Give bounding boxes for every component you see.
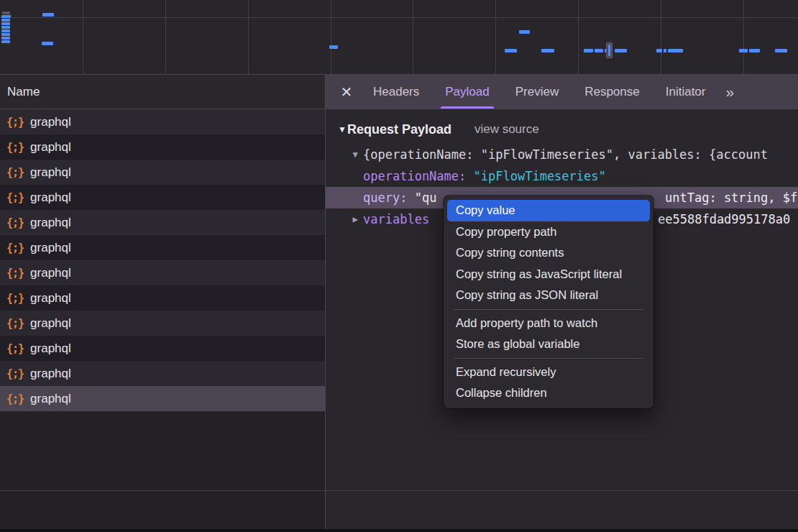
menu-item-copy-string-contents[interactable]: Copy string contents: [447, 242, 650, 264]
detail-tabbar: ✕ HeadersPayloadPreviewResponseInitiator…: [326, 75, 798, 109]
json-icon: {;}: [6, 191, 24, 204]
json-icon: {;}: [6, 242, 24, 254]
menu-item-copy-property-path[interactable]: Copy property path: [447, 221, 650, 243]
root-summary: {operationName: "ipFlowTimeseries", vari…: [363, 147, 768, 162]
expand-icon[interactable]: ▼: [349, 144, 362, 165]
property-value: "ipFlowTimeseries": [474, 169, 606, 183]
request-name: graphql: [30, 115, 71, 129]
request-row[interactable]: {;}graphql: [0, 235, 325, 260]
request-name: graphql: [30, 191, 71, 205]
request-row[interactable]: {;}graphql: [0, 260, 325, 285]
view-source-link[interactable]: view source: [474, 122, 539, 137]
close-icon[interactable]: ✕: [333, 75, 360, 109]
tab-initiator[interactable]: Initiator: [653, 75, 719, 109]
request-name: graphql: [30, 392, 71, 406]
request-row[interactable]: {;}graphql: [0, 134, 325, 160]
network-activity-bar: [1, 37, 10, 40]
request-row[interactable]: {;}graphql: [0, 185, 325, 210]
network-activity-bar: [541, 49, 554, 52]
network-activity-bar: [584, 49, 593, 52]
gridline: [661, 0, 661, 74]
gridline: [495, 0, 496, 74]
menu-item-copy-string-as-json-literal[interactable]: Copy string as JSON literal: [447, 285, 650, 306]
network-main-split: Name {;}graphql{;}graphql{;}graphql{;}gr…: [0, 75, 798, 532]
menu-item-copy-value[interactable]: Copy value: [447, 200, 650, 221]
gridline: [743, 0, 744, 74]
property-value-start: "qu: [415, 191, 437, 205]
request-row[interactable]: {;}graphql: [0, 386, 325, 411]
tree-row-root[interactable]: ▼ {operationName: "ipFlowTimeseries", va…: [326, 144, 798, 165]
network-activity-bar: [1, 22, 10, 25]
tab-payload[interactable]: Payload: [432, 75, 502, 109]
more-tabs-icon[interactable]: »: [718, 75, 740, 109]
json-icon: {;}: [6, 292, 24, 305]
network-activity-bar: [1, 40, 10, 43]
network-activity-bar: [1, 33, 10, 36]
json-icon: {;}: [6, 166, 24, 179]
property-value-end: ee5588fdad995178a0: [658, 208, 790, 230]
request-row[interactable]: {;}graphql: [0, 109, 325, 134]
request-list: {;}graphql{;}graphql{;}graphql{;}graphql…: [0, 109, 325, 411]
menu-separator: [454, 309, 643, 310]
request-name: graphql: [30, 140, 71, 155]
json-icon: {;}: [6, 393, 24, 405]
network-activity-bar: [656, 49, 662, 52]
expand-icon[interactable]: ▶: [349, 208, 362, 230]
tree-row-operation-name[interactable]: operationName: "ipFlowTimeseries": [326, 165, 798, 187]
request-row[interactable]: {;}graphql: [0, 336, 325, 361]
name-column-header[interactable]: Name: [0, 75, 325, 109]
request-name: graphql: [30, 216, 71, 230]
menu-separator: [454, 358, 643, 359]
request-name: graphql: [30, 291, 71, 306]
tab-response[interactable]: Response: [572, 75, 653, 109]
summary-bar-divider: [0, 490, 798, 491]
network-activity-bar: [775, 49, 787, 52]
request-row[interactable]: {;}graphql: [0, 361, 325, 386]
network-activity-bar: [2, 12, 10, 14]
request-row[interactable]: {;}graphql: [0, 210, 325, 235]
network-activity-bar: [505, 49, 517, 52]
gridline: [248, 0, 249, 74]
json-icon: {;}: [6, 317, 24, 330]
request-row[interactable]: {;}graphql: [0, 285, 325, 311]
request-list-pane: Name {;}graphql{;}graphql{;}graphql{;}gr…: [0, 75, 326, 532]
request-name: graphql: [30, 241, 71, 255]
network-activity-bar: [1, 29, 10, 32]
network-overview-timeline[interactable]: [0, 0, 798, 75]
gridline: [0, 17, 798, 18]
menu-item-add-property-path-to-watch[interactable]: Add property path to watch: [447, 313, 650, 334]
menu-item-collapse-children[interactable]: Collapse children: [447, 382, 650, 404]
section-collapse-icon[interactable]: ▼: [338, 124, 347, 134]
gridline: [578, 0, 579, 74]
network-activity-bar: [664, 49, 666, 52]
json-icon: {;}: [6, 342, 24, 355]
network-activity-bar: [1, 15, 11, 18]
context-menu: Copy valueCopy property pathCopy string …: [444, 196, 653, 408]
window-bottom-edge: [0, 529, 798, 532]
gridline: [165, 0, 166, 74]
gridline: [83, 0, 83, 74]
request-row[interactable]: {;}graphql: [0, 160, 325, 185]
network-activity-bar: [739, 49, 748, 52]
tab-preview[interactable]: Preview: [503, 75, 572, 109]
json-icon: {;}: [6, 216, 24, 229]
network-activity-bar: [519, 30, 530, 34]
request-name: graphql: [30, 367, 71, 381]
gridline: [413, 0, 413, 74]
request-row[interactable]: {;}graphql: [0, 311, 325, 336]
network-activity-bar: [1, 19, 10, 22]
request-payload-header[interactable]: ▼ Request Payload view source: [326, 119, 798, 140]
property-key: variables: [363, 212, 429, 226]
request-name: graphql: [30, 266, 71, 280]
network-activity-bar: [42, 13, 54, 17]
property-value-end: untTag: string, $f: [665, 187, 797, 208]
json-icon: {;}: [6, 367, 24, 380]
menu-item-expand-recursively[interactable]: Expand recursively: [447, 362, 650, 383]
tab-headers[interactable]: Headers: [360, 75, 432, 109]
menu-item-copy-string-as-javascript-literal[interactable]: Copy string as JavaScript literal: [447, 264, 650, 285]
network-activity-bar: [615, 49, 627, 52]
network-activity-bar: [749, 49, 760, 52]
network-activity-bar: [668, 49, 683, 52]
menu-item-store-as-global-variable[interactable]: Store as global variable: [447, 334, 650, 355]
request-name: graphql: [30, 165, 71, 180]
